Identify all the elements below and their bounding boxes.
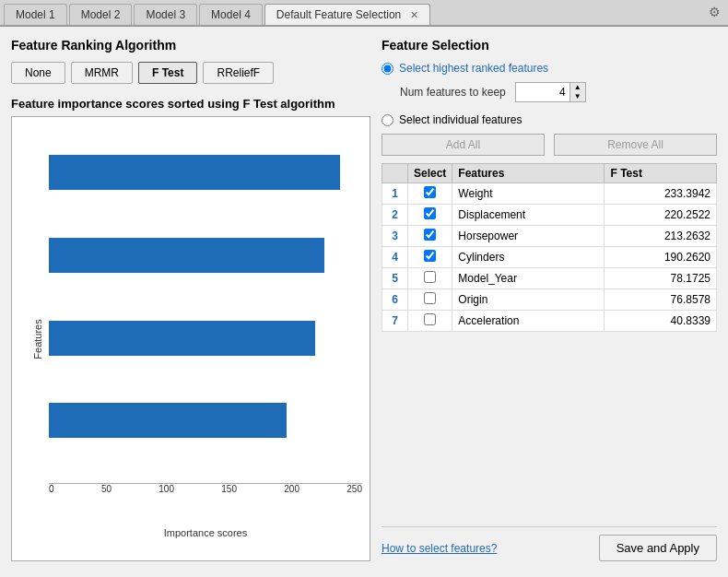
x-tick-250: 250	[346, 484, 362, 494]
cell-check-4[interactable]	[408, 268, 452, 289]
cell-name-2: Horsepower	[452, 226, 605, 247]
checkbox-5[interactable]	[424, 292, 436, 304]
tab-close-icon[interactable]: ✕	[410, 9, 418, 20]
radio-individual-row: Select individual features	[382, 113, 717, 126]
cell-name-5: Origin	[452, 289, 605, 311]
algo-mrmr-button[interactable]: MRMR	[71, 62, 133, 84]
table-row: 7 Acceleration 40.8339	[382, 311, 717, 332]
cell-name-1: Displacement	[452, 205, 605, 226]
bar-row-1	[49, 148, 362, 196]
table-row: 5 Model_Year 78.1725	[382, 268, 717, 289]
cell-num-3: 4	[382, 247, 408, 268]
right-panel: Feature Selection Select highest ranked …	[382, 38, 717, 561]
table-row: 3 Horsepower 213.2632	[382, 226, 717, 247]
bar-row-2	[49, 231, 362, 279]
checkbox-1[interactable]	[424, 207, 436, 219]
tab-model4[interactable]: Model 4	[199, 4, 263, 25]
cell-score-1: 220.2522	[605, 205, 717, 226]
help-link[interactable]: How to select features?	[382, 542, 497, 555]
cell-num-4: 5	[382, 268, 408, 289]
cell-name-4: Model_Year	[452, 268, 605, 289]
radio-highest-row: Select highest ranked features	[382, 62, 717, 75]
cell-check-3[interactable]	[408, 247, 452, 268]
checkbox-4[interactable]	[424, 271, 436, 283]
x-tick-100: 100	[159, 484, 174, 494]
table-row: 6 Origin 76.8578	[382, 289, 717, 311]
num-features-label: Num features to keep	[400, 86, 506, 99]
bottom-row: How to select features? Save and Apply	[382, 526, 717, 561]
highest-ranked-link[interactable]: Select highest ranked features	[399, 62, 548, 75]
add-all-button[interactable]: Add All	[382, 134, 545, 156]
table-header-row: Select Features F Test	[382, 164, 717, 183]
cell-check-6[interactable]	[408, 311, 452, 332]
tab-model2[interactable]: Model 2	[69, 4, 133, 25]
th-ftest: F Test	[605, 164, 717, 183]
algo-rrelieff-button[interactable]: RReliefF	[203, 62, 274, 84]
radio-highest-label: Select highest ranked features	[399, 62, 548, 75]
main-content: Feature Ranking Algorithm None MRMR F Te…	[0, 27, 728, 572]
th-features: Features	[452, 164, 605, 183]
x-tick-0: 0	[49, 484, 54, 494]
checkbox-3[interactable]	[424, 250, 436, 262]
left-panel: Feature Ranking Algorithm None MRMR F Te…	[11, 38, 370, 561]
cell-name-0: Weight	[452, 183, 605, 205]
y-axis-label: Features	[32, 319, 43, 359]
x-tick-200: 200	[284, 484, 299, 494]
remove-all-button[interactable]: Remove All	[554, 134, 717, 156]
add-remove-row: Add All Remove All	[382, 134, 717, 156]
x-axis-label: Importance scores	[49, 527, 362, 538]
tab-default-feature[interactable]: Default Feature Selection ✕	[264, 4, 430, 25]
num-features-input[interactable]	[515, 82, 570, 102]
tab-model3[interactable]: Model 3	[134, 4, 197, 25]
bar-row-4	[49, 396, 362, 444]
bar-row-3	[49, 314, 362, 362]
algo-none-button[interactable]: None	[11, 62, 65, 84]
cell-score-4: 78.1725	[605, 268, 717, 289]
cell-num-2: 3	[382, 226, 408, 247]
cell-check-5[interactable]	[408, 289, 452, 311]
chart-title: Feature importance scores sorted using F…	[11, 97, 370, 111]
cell-score-0: 233.3942	[605, 183, 717, 205]
algo-ftest-button[interactable]: F Test	[138, 62, 197, 84]
save-apply-button[interactable]: Save and Apply	[599, 535, 717, 561]
spinner-controls: ▲ ▼	[570, 82, 586, 102]
cell-name-3: Cylinders	[452, 247, 605, 268]
spinner-up-button[interactable]: ▲	[570, 83, 585, 92]
chart-area: 0 50 100 150 200 250 Importance scores	[49, 124, 362, 553]
th-select: Select	[408, 164, 452, 183]
cell-score-5: 76.8578	[605, 289, 717, 311]
cell-num-5: 6	[382, 289, 408, 311]
algo-section-title: Feature Ranking Algorithm	[11, 38, 370, 53]
algo-buttons: None MRMR F Test RReliefF	[11, 62, 370, 84]
bar-1	[49, 155, 340, 190]
chart-container: Features 0 50 100 150	[11, 116, 370, 561]
checkbox-6[interactable]	[424, 313, 436, 325]
cell-num-0: 1	[382, 183, 408, 205]
tab-model1[interactable]: Model 1	[4, 4, 67, 25]
bar-3	[49, 321, 315, 356]
feature-selection-title: Feature Selection	[382, 38, 717, 53]
radio-highest[interactable]	[382, 63, 393, 75]
cell-num-1: 2	[382, 205, 408, 226]
table-row: 1 Weight 233.3942	[382, 183, 717, 205]
table-row: 4 Cylinders 190.2620	[382, 247, 717, 268]
bar-2	[49, 238, 324, 273]
checkbox-2[interactable]	[424, 229, 436, 241]
th-num	[382, 164, 408, 183]
spinner-down-button[interactable]: ▼	[570, 92, 585, 101]
radio-individual-label: Select individual features	[399, 113, 522, 126]
cell-check-2[interactable]	[408, 226, 452, 247]
cell-score-3: 190.2620	[605, 247, 717, 268]
num-features-spinner: ▲ ▼	[515, 82, 586, 102]
num-features-row: Num features to keep ▲ ▼	[382, 82, 717, 102]
x-axis: 0 50 100 150 200 250	[49, 483, 362, 494]
x-tick-50: 50	[101, 484, 112, 494]
checkbox-0[interactable]	[424, 186, 436, 198]
radio-individual[interactable]	[382, 114, 393, 126]
cell-name-6: Acceleration	[452, 311, 605, 332]
cell-check-0[interactable]	[408, 183, 452, 205]
x-tick-150: 150	[221, 484, 237, 494]
cell-check-1[interactable]	[408, 205, 452, 226]
settings-icon: ⚙	[709, 5, 721, 19]
cell-num-6: 7	[382, 311, 408, 332]
